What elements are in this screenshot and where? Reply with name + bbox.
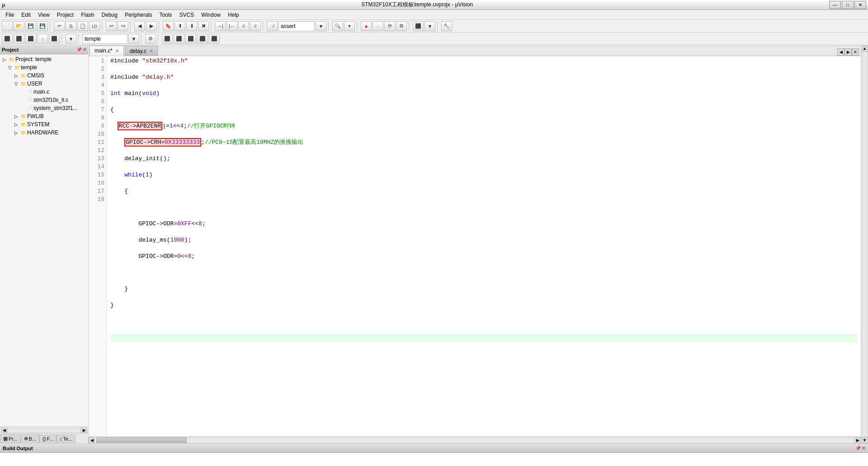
view-dropdown-button[interactable]: ▼ [425, 21, 435, 31]
debug-stop-button[interactable]: ○ [373, 21, 383, 31]
tree-label-hw: HARDWARE [27, 129, 59, 136]
menubar-item-project[interactable]: Project [53, 11, 77, 19]
tree-item-it[interactable]: 📄 stm32f10x_it.c [0, 96, 88, 104]
tb2-btn6[interactable]: ▼ [66, 34, 76, 44]
build-close-icon[interactable]: ✕ [862, 446, 865, 451]
code-content[interactable]: #include "stm32f10x.h" #include "delay.h… [107, 56, 861, 436]
code-editor[interactable]: 1 2 3 4 5 6 7 8 9 10 11 12 13 14 15 16 1… [89, 56, 861, 436]
new-file-button[interactable]: 📄 [2, 21, 13, 31]
debug-run-button[interactable]: ● [361, 21, 372, 31]
hscroll-left-btn[interactable]: ◀ [89, 437, 95, 443]
download-btn[interactable]: ⬛ [185, 34, 196, 44]
tree-item-temple[interactable]: ▽ 📁 temple [0, 63, 88, 71]
tree-item-mainc[interactable]: 📄 main.c [0, 88, 88, 96]
project-tab-f[interactable]: {} F... [39, 435, 57, 443]
debug-btn[interactable]: ⬛ [197, 34, 208, 44]
config-btn[interactable]: ⚙ [145, 34, 156, 44]
vscroll-up-btn[interactable]: ▲ [862, 45, 868, 52]
maximize-button[interactable]: □ [842, 1, 854, 9]
vscroll-down-btn[interactable]: ▼ [862, 437, 868, 443]
undo-button[interactable]: ↩ [106, 21, 117, 31]
tree-item-sysf[interactable]: ▷ 📁 SYSTEM [0, 120, 88, 128]
menubar-item-flash[interactable]: Flash [77, 11, 98, 19]
ln-13: 13 [90, 155, 104, 163]
bookmark-clear-button[interactable]: ✖ [198, 21, 209, 31]
menubar-item-edit[interactable]: Edit [18, 11, 34, 19]
tab-scroll-right[interactable]: ▶ [844, 48, 852, 56]
scroll-left-btn[interactable]: ◀ [1, 428, 7, 433]
minimize-button[interactable]: — [829, 1, 841, 9]
find-options-button[interactable]: ▼ [344, 21, 355, 31]
bookmark-next-button[interactable]: ⬇ [186, 21, 197, 31]
debug-option-button[interactable]: ⚙ [396, 21, 407, 31]
project-tab-b[interactable]: ⊕ B... [21, 434, 40, 443]
tab-delayc[interactable]: delay.c ✕ [125, 46, 158, 56]
scroll-right-btn[interactable]: ▶ [81, 428, 87, 433]
hscroll-thumb[interactable] [96, 437, 187, 443]
menubar-item-svcs[interactable]: SVCS [176, 11, 198, 19]
editor-hscroll[interactable]: ◀ ▶ [89, 436, 861, 443]
save-button[interactable]: 💾 [25, 21, 36, 31]
tb2-btn3[interactable]: ⬛ [25, 34, 36, 44]
paste-button[interactable]: 📋 [77, 21, 88, 31]
debug-reset-button[interactable]: ⟳ [384, 21, 395, 31]
tab-close-all[interactable]: ✕ [852, 48, 859, 56]
close-button[interactable]: ✕ [854, 1, 866, 9]
tree-item-system[interactable]: 📄 system_stm32f1... [0, 104, 88, 112]
tb2-btn2[interactable]: ⬛ [14, 34, 24, 44]
tree-item-cmsis[interactable]: ▷ 📁 CMSIS [0, 71, 88, 80]
tab-scroll-left[interactable]: ◀ [837, 48, 844, 56]
build-btn[interactable]: ⬛ [162, 34, 173, 44]
editor-vscroll[interactable]: ▲ ▼ [861, 45, 868, 443]
tb2-btn5[interactable]: ⬛ [49, 34, 60, 44]
assert-input[interactable]: assert [278, 21, 315, 31]
menubar-item-view[interactable]: View [34, 11, 53, 19]
tree-item-hardware[interactable]: ▷ 📁 HARDWARE [0, 128, 88, 137]
tab-mainc[interactable]: main.c* ✕ [90, 46, 124, 56]
menubar-item-tools[interactable]: Tools [156, 11, 176, 19]
comment-button[interactable]: // [238, 21, 249, 31]
indent-button[interactable]: →| [215, 21, 226, 31]
menubar-item-help[interactable]: Help [224, 11, 243, 19]
tb2-btn1[interactable]: ⬛ [2, 34, 13, 44]
tb2-btn4[interactable]: ↕ [37, 34, 48, 44]
tree-item-root[interactable]: ▷ 📁 Project: temple [0, 55, 88, 63]
menubar-item-debug[interactable]: Debug [98, 11, 121, 19]
menubar-item-peripherals[interactable]: Peripherals [121, 11, 156, 19]
flash-btn[interactable]: ⬛ [209, 34, 220, 44]
project-pin-icon[interactable]: 📌 [76, 47, 82, 52]
find-button[interactable]: 🔍 [332, 21, 343, 31]
assert-dropdown-button[interactable]: ▼ [316, 21, 326, 31]
nav-fwd-button[interactable]: ▶ [146, 21, 157, 31]
rebuild-btn[interactable]: ⬛ [174, 34, 184, 44]
bookmark-prev-button[interactable]: ⬆ [175, 21, 185, 31]
project-close-icon[interactable]: ✕ [83, 47, 86, 52]
tab-mainc-close[interactable]: ✕ [115, 48, 119, 53]
unindent-button[interactable]: |← [226, 21, 237, 31]
uncomment-button[interactable]: // [250, 21, 261, 31]
menubar-item-window[interactable]: Window [198, 11, 224, 19]
project-tab-pr[interactable]: ▦ Pr... [0, 434, 21, 443]
tree-item-user[interactable]: ▽ 📁 USER [0, 80, 88, 88]
project-hscroll[interactable]: ◀ ▶ [0, 426, 88, 433]
load-button[interactable]: LD [89, 21, 100, 31]
tree-item-fwlib[interactable]: ▷ 📁 FWLIB [0, 112, 88, 120]
project-name-input[interactable]: temple [82, 34, 127, 44]
hscroll-track[interactable] [96, 437, 854, 443]
project-dropdown-btn[interactable]: ▼ [128, 34, 139, 44]
menubar-item-file[interactable]: File [2, 11, 18, 19]
tools-button[interactable]: 🔧 [441, 21, 452, 31]
template-button[interactable]: 📝 [267, 21, 278, 31]
build-pin-icon[interactable]: 📌 [855, 446, 861, 451]
redo-button[interactable]: ↪ [118, 21, 128, 31]
cut-button[interactable]: ✂ [54, 21, 65, 31]
save-all-button[interactable]: 💾 [37, 21, 48, 31]
hscroll-right-btn[interactable]: ▶ [854, 437, 861, 443]
view-option-button[interactable]: ⬛ [413, 21, 424, 31]
tab-delayc-close[interactable]: ✕ [149, 48, 153, 53]
copy-button[interactable]: ⎘ [66, 21, 76, 31]
project-tab-te[interactable]: ↕ Te... [57, 435, 75, 443]
bookmark-button[interactable]: 🔖 [163, 21, 174, 31]
nav-back-button[interactable]: ◀ [134, 21, 145, 31]
open-file-button[interactable]: 📂 [14, 21, 24, 31]
